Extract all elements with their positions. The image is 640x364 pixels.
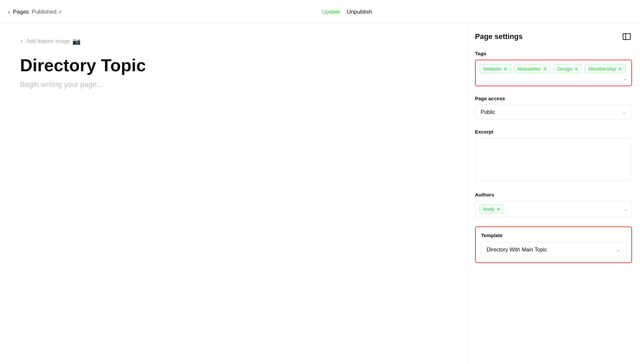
editor-area[interactable]: + Add feature image 📷 Directory Topic Be… [0, 24, 467, 364]
template-value: Directory With Main Topic [487, 247, 547, 253]
excerpt-textarea[interactable] [475, 138, 632, 181]
template-section: Template Directory With Main Topic ⌄ [475, 226, 632, 263]
page-access-section: Page access Public ⌄ [475, 96, 632, 120]
unpublish-button[interactable]: Unpublish [347, 9, 372, 15]
pages-link[interactable]: Pages [13, 9, 29, 15]
settings-panel: Page settings Tags Website ✕ Newsletter [467, 24, 640, 364]
tag-chip-membership: Membership ✕ [585, 64, 626, 73]
author-andy-label: Andy [483, 206, 494, 212]
template-select[interactable]: Directory With Main Topic ⌄ [481, 242, 626, 257]
tag-membership-label: Membership [588, 66, 616, 72]
tag-website-label: Website [483, 66, 501, 72]
tags-label: Tags [475, 51, 632, 56]
tags-dropdown-arrow[interactable]: ⌄ [623, 75, 627, 82]
tag-design-remove[interactable]: ✕ [574, 67, 578, 71]
authors-section: Authors Andy ✕ ⌄ [475, 192, 632, 217]
authors-dropdown-arrow[interactable]: ⌄ [623, 206, 628, 212]
excerpt-section: Excerpt [475, 129, 632, 182]
image-icon: 📷 [72, 37, 81, 45]
tags-inner: Website ✕ Newsletter ✕ Design ✕ Membersh… [480, 64, 627, 73]
tag-chip-newsletter: Newsletter ✕ [514, 64, 551, 73]
add-feature-image-label: Add feature image [26, 38, 70, 44]
published-label: Published [32, 9, 57, 15]
page-access-value: Public [481, 109, 495, 115]
published-badge[interactable]: Published ↗ [32, 9, 62, 15]
template-arrow: ⌄ [616, 246, 620, 253]
topbar-left: ‹ Pages Published ↗ [8, 8, 62, 16]
add-feature-image-btn[interactable]: + Add feature image 📷 [20, 37, 447, 45]
plus-icon: + [20, 38, 24, 45]
page-title[interactable]: Directory Topic [20, 56, 447, 75]
page-placeholder[interactable]: Begin writing your page... [20, 80, 447, 89]
template-box: Template Directory With Main Topic ⌄ [475, 226, 632, 263]
page-access-select[interactable]: Public ⌄ [475, 105, 632, 120]
authors-box[interactable]: Andy ✕ ⌄ [475, 201, 632, 217]
page-access-label: Page access [475, 96, 632, 101]
author-chip-andy: Andy ✕ [479, 204, 504, 213]
author-andy-remove[interactable]: ✕ [496, 206, 500, 212]
tag-newsletter-label: Newsletter [517, 66, 541, 72]
page-access-arrow: ⌄ [622, 109, 626, 115]
authors-chips: Andy ✕ [479, 204, 504, 213]
tag-website-remove[interactable]: ✕ [503, 67, 507, 71]
topbar: ‹ Pages Published ↗ Update Unpublish [0, 0, 640, 24]
settings-header: Page settings [475, 32, 632, 41]
back-icon[interactable]: ‹ [8, 8, 10, 16]
excerpt-label: Excerpt [475, 129, 632, 135]
topbar-center: Update Unpublish [62, 9, 632, 15]
tags-box[interactable]: Website ✕ Newsletter ✕ Design ✕ Membersh… [475, 60, 632, 86]
template-label: Template [481, 232, 626, 238]
settings-title: Page settings [475, 32, 523, 41]
authors-label: Authors [475, 192, 632, 197]
external-link-icon: ↗ [58, 9, 62, 15]
tag-newsletter-remove[interactable]: ✕ [543, 67, 547, 71]
sidebar-toggle-button[interactable] [621, 32, 632, 41]
sidebar-icon [623, 33, 631, 40]
main-layout: + Add feature image 📷 Directory Topic Be… [0, 24, 640, 364]
tags-section: Tags Website ✕ Newsletter ✕ Design ✕ [475, 51, 632, 86]
tag-design-label: Design [557, 66, 573, 72]
tag-chip-design: Design ✕ [553, 64, 582, 73]
update-button[interactable]: Update [322, 9, 340, 15]
tag-membership-remove[interactable]: ✕ [618, 67, 622, 71]
tag-chip-website: Website ✕ [480, 64, 511, 73]
